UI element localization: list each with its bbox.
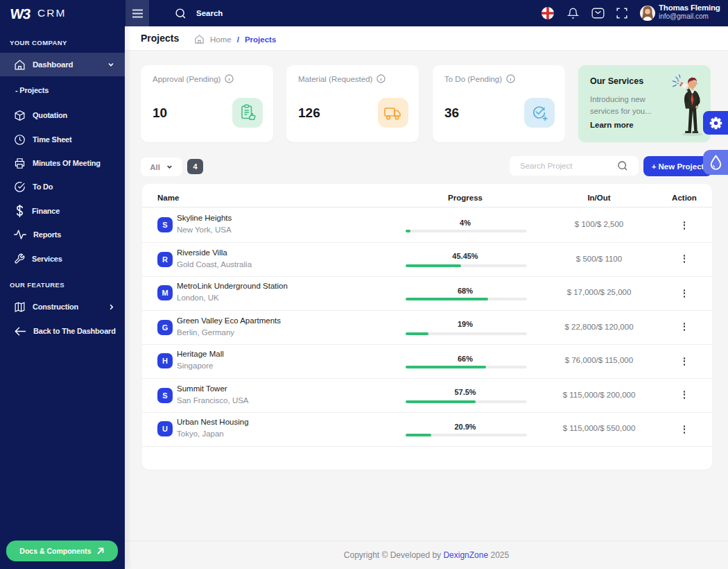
svg-text:W3: W3: [10, 6, 31, 22]
